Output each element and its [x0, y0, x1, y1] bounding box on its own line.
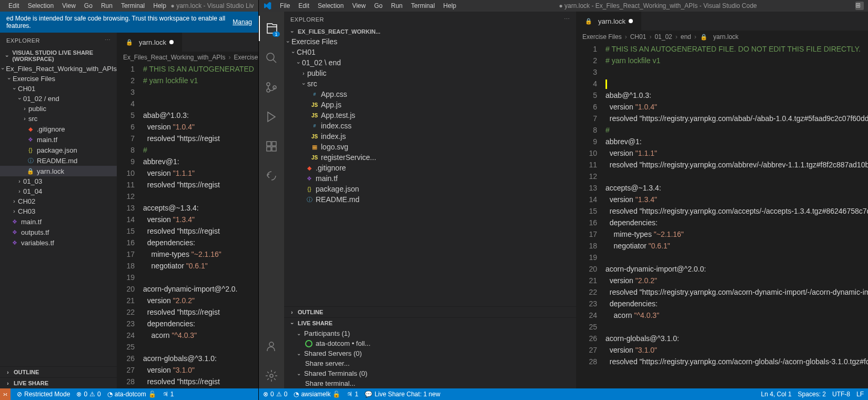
folder-item[interactable]: ›CH02	[0, 196, 117, 206]
liveshare-section[interactable]: › LIVE SHARE	[284, 317, 576, 328]
folder-item[interactable]: ›Ex_Files_React_Working_with_APIs	[0, 64, 117, 74]
explorer-more-icon[interactable]: ⋯	[564, 16, 570, 23]
encoding-status[interactable]: UTF-8	[832, 391, 850, 398]
folder-item[interactable]: ›public	[0, 104, 117, 114]
tab-yarnlock[interactable]: 🔒 yarn.lock	[117, 33, 183, 52]
chevron-icon: ›	[285, 38, 291, 45]
banner-manage-link[interactable]: Manag	[233, 18, 252, 26]
file-item[interactable]: ▦logo.svg	[284, 142, 576, 152]
file-item[interactable]: ❖outputs.tf	[0, 227, 117, 237]
folder-item[interactable]: ›Exercise Files	[0, 74, 117, 84]
errors-status[interactable]: ⊗ 0 ⚠ 0	[76, 391, 100, 398]
file-item[interactable]: ◆.gitignore	[284, 163, 576, 173]
folder-item[interactable]: ›CH01	[0, 84, 117, 94]
workspace-header[interactable]: › EX_FILES_REACT_WORKIN...	[284, 27, 576, 36]
menu-run[interactable]: Run	[97, 2, 117, 9]
editor-tabs: 🔒 yarn.lock	[576, 12, 868, 31]
participants-header[interactable]: ⌄ Participants (1)	[284, 328, 576, 338]
menu-terminal[interactable]: Terminal	[407, 2, 439, 9]
liveshare-section[interactable]: › LIVE SHARE	[0, 377, 117, 388]
share-activity-icon[interactable]	[259, 163, 284, 188]
menu-run[interactable]: Run	[387, 2, 407, 9]
folder-item[interactable]: ›01_03	[0, 176, 117, 186]
menu-file[interactable]: File	[276, 2, 294, 9]
folder-item[interactable]: ›Exercise Files	[284, 36, 576, 47]
restricted-mode-status[interactable]: ⊘ Restricted Mode	[17, 391, 70, 398]
code-content[interactable]: # THIS IS AN AUTOGENERATED# yarn lockfil…	[143, 63, 258, 388]
folder-item[interactable]: ›CH03	[0, 206, 117, 216]
cursor-position-status[interactable]: Ln 4, Col 1	[761, 391, 792, 398]
outline-section[interactable]: › OUTLINE	[284, 306, 576, 317]
file-item[interactable]: {}package.json	[0, 145, 117, 155]
folder-item[interactable]: ›01_02 \ end	[284, 57, 576, 68]
menu-selection[interactable]: Selection	[24, 2, 58, 9]
file-item[interactable]: JSApp.test.js	[284, 110, 576, 121]
file-item[interactable]: #App.css	[284, 89, 576, 99]
code-editor[interactable]: 1234567891011121314151617181920212223242…	[576, 43, 868, 388]
file-item[interactable]: ❖main.tf	[0, 134, 117, 145]
participant-item[interactable]: ata-dotcom • foll...	[284, 338, 576, 348]
file-item[interactable]: JSApp.js	[284, 99, 576, 110]
file-item[interactable]: ❖variables.tf	[0, 237, 117, 248]
menu-edit[interactable]: Edit	[4, 2, 24, 9]
outline-section[interactable]: › OUTLINE	[0, 366, 117, 377]
aws-status[interactable]: ◔ awsiamelk 🔓	[294, 391, 340, 398]
file-item[interactable]: ⓘREADME.md	[0, 155, 117, 166]
jupyter-status[interactable]: ♃ 1	[163, 391, 174, 398]
menu-view[interactable]: View	[348, 2, 370, 9]
file-item[interactable]: ❖main.tf	[0, 216, 117, 227]
account-activity-icon[interactable]	[259, 334, 284, 359]
svg-point-10	[269, 342, 274, 346]
folder-item[interactable]: ›src	[0, 114, 117, 124]
spaces-status[interactable]: Spaces: 2	[798, 391, 826, 398]
chevron-icon: ›	[16, 178, 23, 184]
menu-terminal[interactable]: Terminal	[117, 2, 149, 9]
share-server-action[interactable]: Share server...	[284, 358, 576, 368]
menu-view[interactable]: View	[58, 2, 80, 9]
chevron-icon: ›	[12, 85, 17, 93]
jupyter-status[interactable]: ♃ 1	[347, 391, 358, 398]
source-control-activity-icon[interactable]	[259, 75, 284, 100]
folder-item[interactable]: ›src	[284, 78, 576, 89]
code-editor[interactable]: 1234567891011121314151617181920212223242…	[117, 63, 258, 388]
explorer-activity-icon[interactable]: 1	[259, 16, 284, 41]
file-item[interactable]: ⓘREADME.md	[284, 194, 576, 205]
file-item[interactable]: JSindex.js	[284, 131, 576, 142]
layout-icon[interactable]: ⊞	[855, 2, 864, 10]
file-item[interactable]: {}package.json	[284, 184, 576, 194]
eol-status[interactable]: LF	[856, 391, 864, 398]
menu-help[interactable]: Help	[149, 2, 170, 9]
explorer-more-icon[interactable]: ⋯	[105, 37, 111, 44]
workspace-header[interactable]: › VISUAL STUDIO LIVE SHARE (WORKSPACE)	[0, 48, 117, 64]
breadcrumbs[interactable]: Ex_Files_React_Working_with_APIs › Exerc…	[117, 52, 258, 63]
folder-item[interactable]: ›public	[284, 68, 576, 78]
menu-edit[interactable]: Edit	[294, 2, 314, 9]
shared-terminals-header[interactable]: ⌄ Shared Terminals (0)	[284, 368, 576, 378]
share-terminal-action[interactable]: Share terminal...	[284, 378, 576, 388]
code-content[interactable]: # THIS IS AN AUTOGENERATED FILE. DO NOT …	[605, 43, 868, 388]
menu-selection[interactable]: Selection	[314, 2, 348, 9]
folder-item[interactable]: ›01_04	[0, 186, 117, 196]
run-debug-activity-icon[interactable]	[259, 104, 284, 129]
file-item[interactable]: #index.css	[284, 121, 576, 131]
file-item[interactable]: ❖main.tf	[284, 173, 576, 184]
breadcrumbs[interactable]: Exercise Files › CH01 › 01_02 › end › 🔒 …	[576, 31, 868, 43]
menu-go[interactable]: Go	[80, 2, 97, 9]
shared-servers-header[interactable]: ⌄ Shared Servers (0)	[284, 348, 576, 358]
banner-text: ed Mode is intended for safe code browsi…	[6, 15, 233, 29]
folder-item[interactable]: ›01_02 / end	[0, 94, 117, 104]
liveshare-chat-status[interactable]: 💬 Live Share Chat: 1 new	[365, 391, 440, 398]
folder-item[interactable]: ›CH01	[284, 47, 576, 57]
search-activity-icon[interactable]	[259, 45, 284, 71]
liveshare-user-status[interactable]: ◔ ata-dotcom 🔓	[107, 391, 156, 398]
file-item[interactable]: ◆.gitignore	[0, 124, 117, 134]
settings-activity-icon[interactable]	[259, 363, 284, 388]
remote-indicator[interactable]: ›‹	[0, 388, 11, 400]
file-item[interactable]: 🔒yarn.lock	[0, 166, 117, 176]
menu-help[interactable]: Help	[439, 2, 461, 9]
errors-status[interactable]: ⊗ 0 ⚠ 0	[263, 391, 287, 398]
tab-yarnlock[interactable]: 🔒 yarn.lock	[576, 12, 642, 31]
file-item[interactable]: JSregisterService...	[284, 152, 576, 163]
extensions-activity-icon[interactable]	[259, 134, 284, 159]
menu-go[interactable]: Go	[370, 2, 387, 9]
